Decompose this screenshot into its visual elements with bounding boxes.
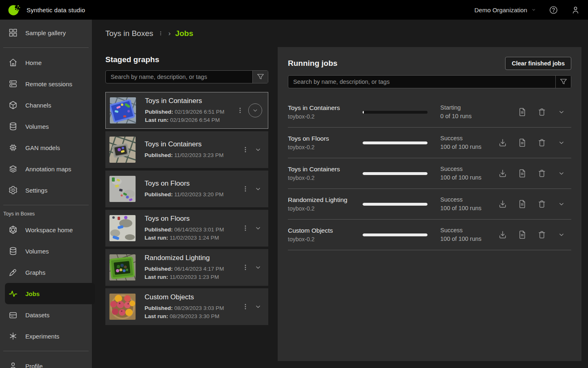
staged-graph-card[interactable]: Toys in Containers Published: 02/19/2026… [105, 92, 268, 129]
job-delete-button[interactable] [537, 168, 547, 178]
account-button[interactable] [570, 4, 581, 15]
job-expand-button[interactable] [557, 168, 566, 178]
sidebar-item-workspace-home[interactable]: Workspace home [0, 219, 92, 240]
job-progress-bar [363, 172, 428, 175]
kebab-icon [241, 185, 249, 193]
job-log-button[interactable] [517, 230, 527, 240]
sidebar-item-label: Remote sessions [25, 81, 72, 88]
graph-menu-button[interactable] [241, 185, 249, 193]
organization-selector[interactable]: Demo Organization [474, 7, 537, 13]
kebab-icon [241, 303, 249, 311]
chevron-down-icon [254, 184, 263, 193]
job-runs: 0 of 10 runs [440, 112, 498, 121]
sidebar-item-annotation-maps[interactable]: Annotation maps [0, 158, 92, 180]
job-status: Success [440, 165, 498, 173]
sidebar-item-graphs[interactable]: Graphs [0, 262, 92, 283]
graph-expand-button[interactable] [254, 302, 263, 311]
job-expand-button[interactable] [557, 107, 566, 117]
breadcrumb-workspace[interactable]: Toys in Boxes [105, 29, 153, 38]
sidebar-item-workspace-volumes[interactable]: Volumes [0, 240, 92, 262]
job-status: Starting [440, 103, 498, 112]
sidebar-item-remote-sessions[interactable]: Remote sessions [0, 73, 92, 94]
job-download-button[interactable] [498, 230, 508, 240]
sidebar-item-sample-gallery[interactable]: Sample gallery [0, 22, 92, 43]
sidebar-item-datasets[interactable]: Datasets [0, 304, 92, 325]
clear-finished-jobs-button[interactable]: Clear finished jobs [505, 57, 571, 70]
staged-graph-card[interactable]: Toys in Containers Published: 11/02/2023… [105, 131, 268, 168]
sidebar-item-channels[interactable]: Channels [0, 94, 92, 116]
staged-graph-card[interactable]: Toys on Floors Published: 06/14/2023 3:0… [105, 210, 268, 247]
kebab-icon [241, 224, 249, 232]
jobs-filter-button[interactable] [555, 76, 571, 88]
graph-menu-button[interactable] [241, 146, 249, 154]
graph-menu-button[interactable] [241, 224, 249, 232]
published-date: 02/19/2026 6:51 PM [175, 109, 225, 115]
graph-menu-button[interactable] [236, 106, 244, 114]
user-icon [571, 5, 580, 15]
graph-expand-button[interactable] [254, 145, 263, 154]
chevron-down-icon [254, 224, 263, 233]
graph-expand-button[interactable] [254, 184, 263, 193]
sidebar-item-home[interactable]: Home [0, 52, 92, 73]
jobs-search-input[interactable] [288, 76, 555, 88]
job-progress-fill [363, 203, 428, 206]
sidebar-item-experiments[interactable]: Experiments [0, 325, 92, 347]
job-delete-button[interactable] [537, 138, 547, 148]
job-progress-bar [363, 233, 428, 236]
server-icon [8, 79, 18, 89]
job-expand-button[interactable] [557, 230, 566, 240]
job-download-button[interactable] [498, 168, 508, 178]
job-log-button[interactable] [517, 199, 527, 209]
help-button[interactable] [548, 4, 559, 15]
graph-expand-button[interactable] [248, 103, 262, 117]
job-log-button[interactable] [517, 107, 527, 117]
staged-graph-card[interactable]: Toys on Floors Published: 11/02/2023 3:2… [105, 171, 268, 207]
chevron-down-icon [557, 108, 566, 117]
running-jobs-title: Running jobs [288, 59, 337, 68]
graph-menu-button[interactable] [241, 303, 249, 311]
graph-menu-button[interactable] [241, 263, 249, 272]
job-expand-button[interactable] [557, 199, 566, 209]
asterisk-icon [8, 331, 18, 341]
staged-search-input[interactable] [106, 71, 252, 83]
job-progress-bar [363, 203, 428, 206]
job-log-button[interactable] [517, 138, 527, 148]
graph-expand-button[interactable] [254, 224, 263, 233]
download-icon [498, 230, 508, 240]
funnel-icon [559, 77, 568, 86]
breadcrumb-current-page[interactable]: Jobs [175, 29, 193, 38]
graph-title: Toys in Containers [145, 97, 236, 105]
kebab-icon [241, 146, 249, 154]
job-delete-button[interactable] [537, 230, 547, 240]
job-delete-button[interactable] [537, 199, 547, 209]
job-log-button[interactable] [517, 168, 527, 178]
job-status: Success [440, 195, 498, 204]
graph-title: Toys in Containers [145, 140, 241, 148]
sidebar-item-label: Workspace home [25, 227, 73, 233]
storage-box-icon [8, 310, 18, 320]
graph-expand-button[interactable] [254, 263, 263, 272]
job-download-button[interactable] [498, 138, 508, 148]
staged-graph-card[interactable]: Custom Objects Published: 08/29/2023 3:0… [105, 288, 268, 325]
gear-icon [8, 185, 18, 195]
sidebar-item-jobs[interactable]: Jobs [5, 283, 95, 304]
staged-graphs-title: Staged graphs [105, 55, 268, 64]
sidebar-item-gan-models[interactable]: GAN models [0, 137, 92, 158]
job-expand-button[interactable] [557, 138, 566, 148]
job-delete-button[interactable] [537, 107, 547, 117]
published-label: Published: [145, 305, 173, 311]
staged-graph-card[interactable]: Randomized Lighting Published: 06/14/202… [105, 249, 268, 286]
last-run-date: 11/02/2023 1:24 PM [170, 235, 219, 241]
last-run-label: Last run: [145, 274, 168, 280]
sidebar-item-label: Settings [25, 187, 47, 194]
last-run-date: 02/19/2026 6:54 PM [170, 117, 220, 123]
breadcrumb-menu-button[interactable] [158, 30, 164, 36]
published-date: 06/14/2023 4:17 PM [174, 266, 224, 272]
job-download-button[interactable] [498, 199, 508, 209]
staged-filter-button[interactable] [252, 71, 268, 83]
divider [3, 47, 89, 48]
sidebar-item-label: GAN models [25, 144, 60, 151]
sidebar-item-volumes[interactable]: Volumes [0, 116, 92, 137]
sidebar-item-settings[interactable]: Settings [0, 180, 92, 201]
sidebar-item-profile[interactable]: Profile [0, 355, 92, 368]
